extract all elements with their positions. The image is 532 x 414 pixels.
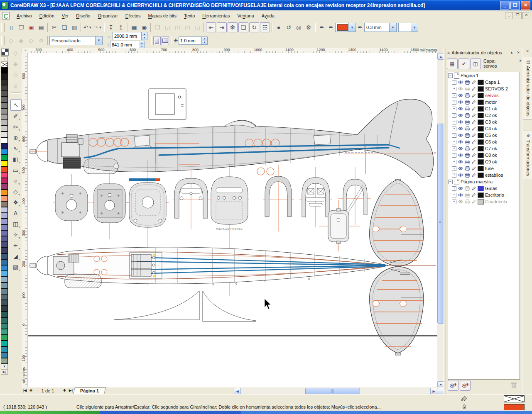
layer-row[interactable]: + C5 ok (448, 132, 520, 139)
tab-transformations[interactable]: ✥ Transformaciones (523, 131, 532, 179)
collapse-toggle[interactable]: − (448, 180, 453, 184)
doc-minimize-button[interactable]: _ (505, 12, 513, 19)
layer-name[interactable]: Cuadrícula (485, 199, 507, 204)
layer-color-swatch[interactable] (478, 80, 484, 85)
editable-pencil-icon[interactable] (471, 139, 476, 144)
printable-icon[interactable] (465, 186, 470, 191)
chevron-down-icon[interactable]: ▼ (348, 23, 355, 32)
expand-toggle[interactable]: + (452, 127, 456, 131)
color-swatch[interactable] (1, 358, 8, 364)
refresh-window-button[interactable]: ↻ (249, 22, 259, 32)
menu-herramientas[interactable]: Herramientas (199, 12, 233, 20)
color-swatch[interactable] (1, 190, 8, 195)
color-swatch[interactable] (1, 108, 8, 114)
color-swatch[interactable] (1, 300, 8, 306)
layer-row[interactable]: + fuse (448, 165, 520, 172)
import-icon[interactable]: ↧ (106, 22, 116, 32)
printable-icon[interactable] (465, 140, 470, 144)
freehand-tool[interactable]: ∿ (10, 143, 21, 154)
editable-pencil-icon[interactable] (471, 186, 476, 191)
editable-pencil-icon[interactable] (471, 106, 476, 111)
editable-pencil-icon[interactable] (471, 153, 476, 158)
docker-flyout-icon[interactable]: ▸ (520, 58, 522, 63)
outline-color-status-swatch[interactable] (504, 404, 525, 410)
layer-color-swatch[interactable] (478, 173, 484, 178)
horizontal-scrollbar[interactable]: ◀ ||| ▶ (234, 388, 437, 394)
color-swatch[interactable] (1, 259, 8, 265)
visibility-eye-icon[interactable] (458, 87, 463, 91)
delete-layer-icon[interactable] (511, 382, 517, 389)
layer-row[interactable]: + C2 ok (448, 112, 520, 119)
visibility-eye-icon[interactable] (458, 133, 463, 137)
layer-color-swatch[interactable] (478, 139, 484, 145)
layer-manager-view-button[interactable]: ▤ (447, 58, 458, 69)
color-swatch[interactable] (1, 85, 8, 91)
expand-toggle[interactable]: + (452, 146, 456, 151)
layer-color-swatch[interactable] (478, 146, 484, 151)
expand-toggle[interactable]: + (452, 160, 456, 164)
doc-restore-button[interactable]: ❐ (514, 12, 522, 19)
color-swatch[interactable] (1, 137, 8, 143)
layer-name[interactable]: fuse (485, 166, 494, 171)
layer-color-swatch[interactable] (478, 186, 484, 191)
color-swatch[interactable] (1, 155, 8, 161)
toolbar-grip[interactable] (1, 23, 5, 32)
undo-icon[interactable]: ↶▼ (83, 22, 93, 32)
printable-icon[interactable] (465, 127, 470, 131)
editable-pencil-icon[interactable] (471, 199, 476, 204)
color-swatch[interactable] (1, 294, 8, 300)
layer-row[interactable]: + Capa 1 (448, 79, 520, 85)
outline-pen-icon[interactable]: ✒ (317, 22, 327, 32)
nudge-spinner[interactable]: ▲▼ (201, 37, 207, 44)
rectangle-tool[interactable]: ▭ (10, 165, 21, 175)
visibility-eye-icon[interactable] (458, 146, 463, 151)
print-icon[interactable]: ▤ (36, 22, 46, 32)
color-swatch[interactable] (1, 114, 8, 120)
printable-icon[interactable] (465, 193, 470, 197)
palette-options-icon[interactable] (1, 49, 9, 56)
edit-across-layers-button[interactable]: ✔ (458, 58, 469, 69)
open-icon[interactable]: ❐ (16, 22, 26, 32)
color-swatch[interactable] (1, 68, 8, 73)
pick-tool[interactable]: ↖ (10, 99, 22, 111)
visibility-eye-icon[interactable] (458, 80, 463, 84)
layer-name[interactable]: C6 ok (485, 139, 497, 144)
view-navigator-icon[interactable]: ◎ (294, 22, 304, 32)
no-fill-swatch[interactable] (1, 62, 8, 68)
layer-color-swatch[interactable] (478, 153, 484, 158)
color-swatch[interactable] (1, 102, 8, 108)
printable-icon[interactable] (465, 173, 470, 178)
layer-row[interactable]: + C3 ok (448, 119, 520, 125)
expand-toggle[interactable]: + (452, 186, 456, 191)
page-node-name[interactable]: Página maestra (461, 179, 493, 184)
printable-icon[interactable] (465, 107, 470, 111)
expand-toggle[interactable]: + (452, 120, 456, 124)
interactive-blend-tool[interactable]: ◫ (10, 219, 21, 229)
visibility-eye-icon[interactable] (458, 200, 463, 204)
visibility-eye-icon[interactable] (458, 127, 463, 131)
layer-row[interactable]: + motor (448, 99, 520, 105)
menu-mapas-de-bits[interactable]: Mapas de bits (145, 12, 181, 20)
color-swatch[interactable] (1, 132, 8, 137)
layer-row[interactable]: + C8 ok (448, 152, 520, 158)
layer-name[interactable]: SERVOS 2 (485, 86, 508, 91)
color-swatch[interactable] (1, 248, 8, 253)
menu-efectos[interactable]: Efectos (122, 12, 145, 20)
layer-name[interactable]: Capa 1 (485, 80, 500, 85)
smart-fill-tool[interactable]: ◧ (10, 154, 21, 165)
paper-preset-dropdown[interactable]: Personalizado ▼ (49, 36, 103, 45)
printable-icon[interactable] (465, 166, 470, 171)
expand-toggle[interactable]: + (452, 200, 456, 204)
application-launcher-icon[interactable]: ▦ (129, 22, 139, 32)
layer-name[interactable]: motor (485, 100, 497, 105)
shape-tool[interactable]: ✐ (10, 111, 21, 122)
color-swatch[interactable] (1, 277, 8, 282)
layer-color-swatch[interactable] (478, 100, 484, 105)
docker-group-close-icon[interactable]: ✕ (525, 49, 530, 54)
menu-diseño[interactable]: Diseño (72, 12, 94, 20)
expand-toggle[interactable]: + (452, 100, 456, 105)
visibility-eye-icon[interactable] (458, 113, 463, 117)
ellipse-badge-icon[interactable]: ● (274, 22, 284, 32)
color-swatch[interactable] (1, 79, 8, 85)
color-swatch[interactable] (1, 143, 8, 149)
